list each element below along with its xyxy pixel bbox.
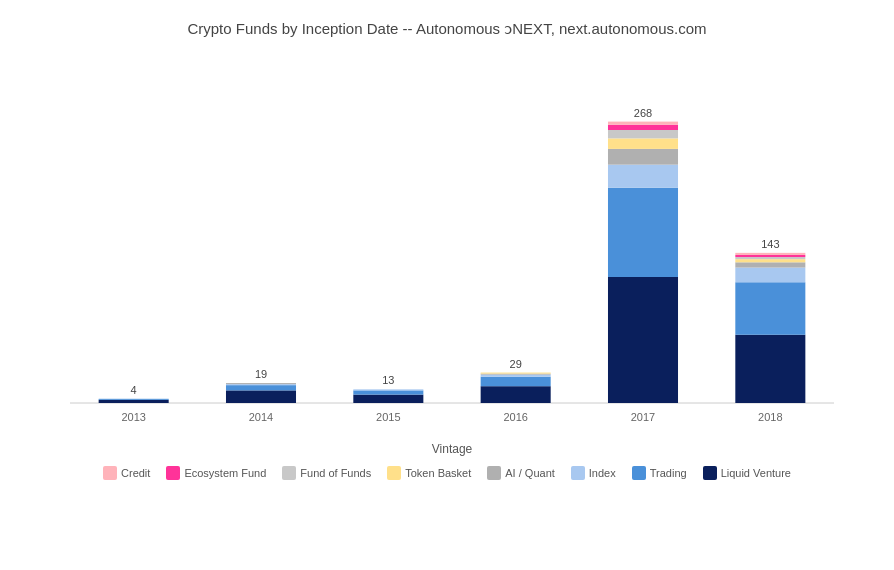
legend-item-liquidVenture: Liquid Venture — [703, 466, 791, 480]
x-label-2016: 2016 — [503, 411, 527, 423]
x-label-2018: 2018 — [758, 411, 782, 423]
legend-item-tokenBasket: Token Basket — [387, 466, 471, 480]
bar-2017-index — [608, 165, 678, 188]
bar-2016-aiQuant — [481, 374, 551, 375]
legend-swatch-ecosystemFund — [166, 466, 180, 480]
legend-item-fundOfFunds: Fund of Funds — [282, 466, 371, 480]
x-axis-label: Vintage — [432, 442, 473, 456]
legend: CreditEcosystem FundFund of FundsToken B… — [30, 466, 864, 480]
bar-label-2017: 268 — [634, 107, 652, 119]
bar-label-2014: 19 — [255, 368, 267, 380]
bar-2016-index — [481, 375, 551, 377]
legend-label-tokenBasket: Token Basket — [405, 467, 471, 479]
bar-2016-tokenBasket — [481, 373, 551, 374]
bar-2015-liquidVenture — [353, 395, 423, 403]
chart-area: 4201319201413201529201626820171432018Vin… — [30, 58, 864, 458]
legend-label-liquidVenture: Liquid Venture — [721, 467, 791, 479]
legend-item-index: Index — [571, 466, 616, 480]
legend-swatch-index — [571, 466, 585, 480]
x-label-2014: 2014 — [249, 411, 273, 423]
legend-item-credit: Credit — [103, 466, 150, 480]
legend-label-index: Index — [589, 467, 616, 479]
bar-2017-fundOfFunds — [608, 130, 678, 138]
bar-2016-trading — [481, 377, 551, 386]
legend-swatch-credit — [103, 466, 117, 480]
bar-2017-ecosystemFund — [608, 125, 678, 130]
bar-2018-tokenBasket — [735, 259, 805, 262]
chart-container: Crypto Funds by Inception Date -- Autono… — [0, 0, 894, 570]
bar-2018-liquidVenture — [735, 335, 805, 403]
bar-2017-tokenBasket — [608, 138, 678, 149]
bar-2018-ecosystemFund — [735, 255, 805, 257]
bar-2018-fundOfFunds — [735, 257, 805, 259]
bar-2013-liquidVenture — [99, 400, 169, 403]
bar-2014-liquidVenture — [226, 390, 296, 403]
bar-2017-liquidVenture — [608, 277, 678, 403]
legend-swatch-aiQuant — [487, 466, 501, 480]
bar-2018-index — [735, 268, 805, 283]
bar-2013-trading — [99, 399, 169, 400]
bar-2016-liquidVenture — [481, 386, 551, 403]
bar-label-2018: 143 — [761, 238, 779, 250]
x-label-2017: 2017 — [631, 411, 655, 423]
legend-label-aiQuant: AI / Quant — [505, 467, 555, 479]
legend-item-aiQuant: AI / Quant — [487, 466, 555, 480]
legend-swatch-trading — [632, 466, 646, 480]
bar-2017-aiQuant — [608, 149, 678, 165]
bar-2018-trading — [735, 282, 805, 335]
bar-2018-credit — [735, 253, 805, 255]
bar-2017-trading — [608, 188, 678, 277]
legend-label-ecosystemFund: Ecosystem Fund — [184, 467, 266, 479]
chart-title: Crypto Funds by Inception Date -- Autono… — [30, 20, 864, 38]
x-label-2015: 2015 — [376, 411, 400, 423]
bar-2014-aiQuant — [226, 383, 296, 384]
x-label-2013: 2013 — [121, 411, 145, 423]
legend-swatch-liquidVenture — [703, 466, 717, 480]
legend-swatch-tokenBasket — [387, 466, 401, 480]
bar-label-2013: 4 — [131, 384, 137, 396]
bar-2017-credit — [608, 122, 678, 125]
bar-2014-index — [226, 384, 296, 385]
legend-item-trading: Trading — [632, 466, 687, 480]
legend-swatch-fundOfFunds — [282, 466, 296, 480]
bar-2018-aiQuant — [735, 262, 805, 267]
chart-svg: 4201319201413201529201626820171432018Vin… — [30, 58, 864, 458]
legend-label-fundOfFunds: Fund of Funds — [300, 467, 371, 479]
bar-2015-trading — [353, 390, 423, 394]
bar-2014-trading — [226, 385, 296, 390]
bar-2015-index — [353, 389, 423, 390]
legend-label-credit: Credit — [121, 467, 150, 479]
legend-item-ecosystemFund: Ecosystem Fund — [166, 466, 266, 480]
legend-label-trading: Trading — [650, 467, 687, 479]
bar-label-2015: 13 — [382, 374, 394, 386]
bar-label-2016: 29 — [510, 358, 522, 370]
